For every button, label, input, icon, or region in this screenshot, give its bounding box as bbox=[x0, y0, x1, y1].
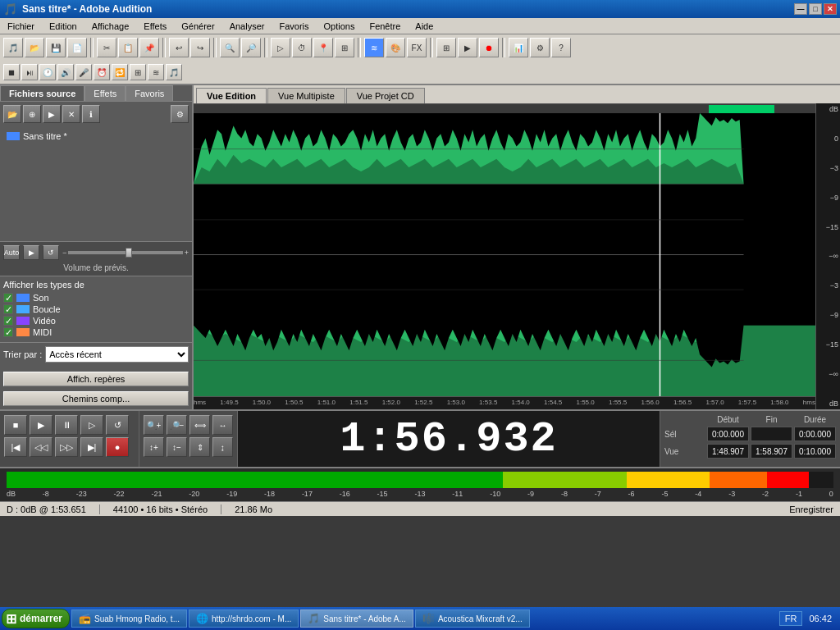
tb2-5[interactable]: 🎤 bbox=[75, 64, 92, 80]
menu-fenetre[interactable]: Fenêtre bbox=[365, 20, 404, 33]
preview-loop[interactable]: ↺ bbox=[43, 245, 59, 260]
play-looped-button[interactable]: ▷ bbox=[80, 415, 103, 435]
zoom-full-vert[interactable]: ⇕ bbox=[189, 437, 210, 457]
left-tb-open[interactable]: 📂 bbox=[3, 105, 21, 123]
stop-button[interactable]: ■ bbox=[4, 415, 27, 435]
zoom-selection[interactable]: ↔ bbox=[212, 415, 233, 435]
tb2-3[interactable]: 🕐 bbox=[39, 64, 56, 80]
vue-fin[interactable]: 1:58.907 bbox=[751, 444, 792, 459]
tb-select[interactable]: ▷ bbox=[271, 38, 290, 57]
tb-save[interactable]: 💾 bbox=[46, 38, 66, 57]
tb-waveform[interactable]: ≋ bbox=[364, 38, 384, 57]
menu-effets[interactable]: Effets bbox=[139, 20, 171, 33]
menu-fichier[interactable]: Fichier bbox=[3, 20, 39, 33]
filter-son-checkbox[interactable]: ✓ bbox=[3, 293, 13, 303]
tab-effets[interactable]: Effets bbox=[84, 85, 126, 101]
tb-zoom-in[interactable]: 🔍 bbox=[220, 38, 240, 57]
left-tb-close[interactable]: ✕ bbox=[62, 105, 80, 123]
tb-time[interactable]: ⏱ bbox=[292, 38, 312, 57]
sel-duree[interactable]: 0:00.000 bbox=[794, 427, 836, 441]
tb-region[interactable]: ⊞ bbox=[335, 38, 354, 57]
tb2-8[interactable]: ⊞ bbox=[130, 64, 146, 80]
sel-debut[interactable]: 0:00.000 bbox=[707, 427, 749, 441]
left-tb-info[interactable]: ℹ bbox=[82, 105, 100, 123]
left-tb-insert[interactable]: ⊕ bbox=[23, 105, 41, 123]
waveform-scrollbar[interactable] bbox=[194, 103, 840, 113]
tb-cut[interactable]: ✂ bbox=[97, 38, 116, 57]
tb2-10[interactable]: 🎵 bbox=[166, 64, 182, 80]
menu-analyser[interactable]: Analyser bbox=[226, 20, 269, 33]
filter-video-checkbox[interactable]: ✓ bbox=[3, 316, 13, 326]
tab-vue-projet-cd[interactable]: Vue Projet CD bbox=[346, 88, 425, 103]
file-item[interactable]: Sans titre * bbox=[3, 130, 189, 143]
tab-vue-multipiste[interactable]: Vue Multipiste bbox=[267, 88, 345, 103]
tb-new[interactable]: 🎵 bbox=[3, 38, 23, 57]
zoom-out-horiz[interactable]: 🔎− bbox=[167, 415, 187, 435]
taskbar-btn-2[interactable]: 🌐 http://shrdo.com - M... bbox=[189, 609, 299, 628]
tb2-6[interactable]: ⏰ bbox=[94, 64, 110, 80]
record-button[interactable]: ● bbox=[106, 437, 129, 457]
tb-help[interactable]: ? bbox=[551, 38, 571, 57]
tb2-2[interactable]: ⏯ bbox=[21, 64, 38, 80]
tb-spectral[interactable]: 🎨 bbox=[386, 38, 405, 57]
menu-generer[interactable]: Générer bbox=[177, 20, 218, 33]
menu-options[interactable]: Options bbox=[319, 20, 358, 33]
zoom-reset-vert[interactable]: ↨ bbox=[212, 437, 233, 457]
taskbar-btn-3[interactable]: 🎵 Sans titre* - Adobe A... bbox=[300, 609, 413, 628]
filter-midi-checkbox[interactable]: ✓ bbox=[3, 327, 13, 337]
volume-slider[interactable]: − + bbox=[62, 249, 189, 257]
tb-play2[interactable]: ▶ bbox=[458, 38, 477, 57]
menu-edition[interactable]: Edition bbox=[45, 20, 81, 33]
tb2-1[interactable]: ⏹ bbox=[3, 64, 20, 80]
tb-marker[interactable]: 📍 bbox=[313, 38, 333, 57]
tb-redo[interactable]: ↪ bbox=[190, 38, 210, 57]
chemins-button[interactable]: Chemins comp... bbox=[3, 391, 189, 406]
vue-debut[interactable]: 1:48.907 bbox=[707, 444, 749, 459]
sort-select[interactable]: Accès récent bbox=[45, 346, 189, 363]
tb-record2[interactable]: ⏺ bbox=[479, 38, 499, 57]
zoom-in-vert[interactable]: ↕+ bbox=[144, 437, 164, 457]
menu-favoris[interactable]: Favoris bbox=[275, 20, 313, 33]
preview-play[interactable]: ▶ bbox=[23, 245, 39, 260]
menu-affichage[interactable]: Affichage bbox=[88, 20, 134, 33]
goto-start-button[interactable]: |◀ bbox=[4, 437, 27, 457]
auto-button[interactable]: Auto bbox=[3, 245, 20, 260]
waveform-container[interactable]: dB 0 −3 −9 −15 −∞ −3 −9 −15 −∞ dB hms 1:… bbox=[194, 103, 840, 409]
vue-duree[interactable]: 0:10.000 bbox=[794, 444, 836, 459]
maximize-button[interactable]: □ bbox=[809, 3, 822, 15]
tb-multitrack[interactable]: ⊞ bbox=[436, 38, 456, 57]
tb-copy[interactable]: 📋 bbox=[118, 38, 138, 57]
tb-paste[interactable]: 📌 bbox=[139, 38, 159, 57]
filter-boucle-checkbox[interactable]: ✓ bbox=[3, 304, 13, 314]
left-tb-play[interactable]: ▶ bbox=[43, 105, 61, 123]
prev-button[interactable]: ◁◁ bbox=[30, 437, 52, 457]
minimize-button[interactable]: — bbox=[794, 3, 807, 15]
afficher-reperes-button[interactable]: Affich. repères bbox=[3, 372, 189, 386]
zoom-out-vert[interactable]: ↕− bbox=[167, 437, 187, 457]
tb-undo[interactable]: ↩ bbox=[169, 38, 189, 57]
goto-end-button[interactable]: ▶| bbox=[80, 437, 103, 457]
taskbar-btn-4[interactable]: 🎼 Acoustica Mixcraft v2... bbox=[415, 609, 530, 628]
tb-settings[interactable]: ⚙ bbox=[530, 38, 550, 57]
zoom-in-horiz[interactable]: 🔍+ bbox=[144, 415, 164, 435]
tb-zoom-out[interactable]: 🔎 bbox=[241, 38, 261, 57]
play-button[interactable]: ▶ bbox=[30, 415, 52, 435]
left-tb-options[interactable]: ⚙ bbox=[171, 105, 189, 123]
scrollbar-thumb[interactable] bbox=[709, 105, 774, 113]
tb2-9[interactable]: ≋ bbox=[148, 64, 164, 80]
tab-favoris[interactable]: Favoris bbox=[126, 85, 173, 101]
waveform-display[interactable] bbox=[194, 113, 815, 396]
start-button[interactable]: ⊞ démarrer bbox=[2, 609, 70, 628]
tb-saveas[interactable]: 📄 bbox=[67, 38, 87, 57]
tb-fx[interactable]: FX bbox=[407, 38, 427, 57]
close-button[interactable]: ✕ bbox=[824, 3, 837, 15]
sel-fin[interactable] bbox=[751, 427, 792, 441]
next-button[interactable]: ▷▷ bbox=[55, 437, 78, 457]
language-button[interactable]: FR bbox=[779, 611, 803, 626]
tb-open[interactable]: 📂 bbox=[25, 38, 44, 57]
tab-fichiers-source[interactable]: Fichiers source bbox=[0, 85, 84, 101]
menu-aide[interactable]: Aide bbox=[411, 20, 437, 33]
zoom-full-horiz[interactable]: ⟺ bbox=[189, 415, 210, 435]
tb-meter[interactable]: 📊 bbox=[509, 38, 528, 57]
loop-button[interactable]: ↺ bbox=[106, 415, 129, 435]
